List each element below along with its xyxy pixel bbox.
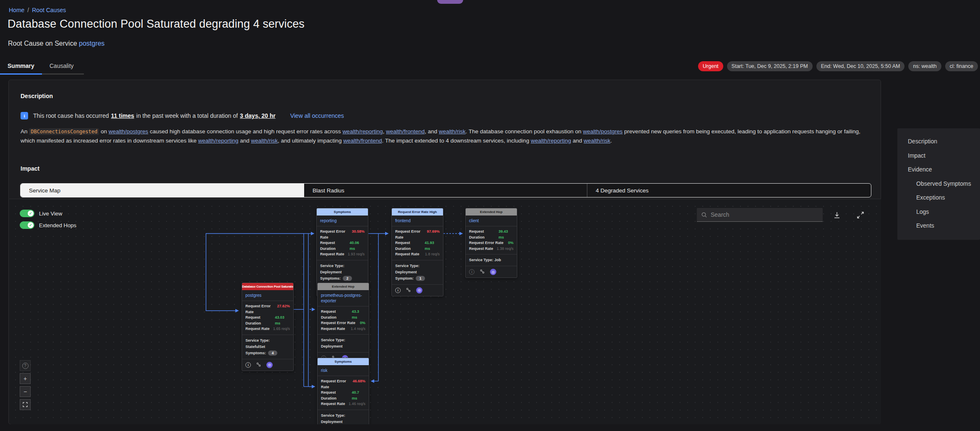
agent-icon[interactable]: ◎ [416,287,422,293]
occurrence-row: i This root cause has occurred 11 times … [21,112,344,119]
view-all-occurrences-link[interactable]: View all occurrences [290,112,344,119]
service-link[interactable]: wealth/frontend [386,128,425,135]
service-map-canvas[interactable]: ✓ Live View ✓ Extended Hops ? + − [9,199,881,424]
end-time-badge: End: Wed, Dec 10, 2025, 5:50 AM [816,61,905,71]
view-tab-blast-radius[interactable]: Blast Radius [304,184,587,197]
symptoms-count-badge[interactable]: 2 [343,276,352,281]
topology-icon[interactable] [480,269,485,275]
map-help-button[interactable]: ? [20,360,31,371]
breadcrumb-root-causes-link[interactable]: Root Causes [32,7,66,13]
node-metrics: Request Error Rate30.58%Request Duration… [317,226,368,260]
live-view-toggle[interactable]: ✓ [20,210,34,217]
service-link[interactable]: wealth/risk [439,128,466,135]
service-link[interactable]: wealth/postgres [583,128,623,135]
service-link[interactable]: wealth/reporting [342,128,383,135]
breadcrumb-separator: / [27,7,29,13]
node-service-name[interactable]: frontend [392,216,443,226]
node-meta: Service Type: DeploymentSymptoms:2 [318,410,369,425]
metric-label: Request Rate [320,252,344,257]
node-service-name[interactable]: postgres [242,290,293,301]
metric-row: Request Duration43.3 ms [321,309,365,320]
search-icon [701,212,707,218]
metric-row: Request Duration39.43 ms [469,229,513,240]
info-icon[interactable]: i [395,288,401,293]
node-actions: i◎ [392,285,443,296]
service-node-postgres[interactable]: Database Connection Pool Saturatedpostgr… [242,283,294,371]
anchor-nav-item-exceptions[interactable]: Exceptions [897,191,980,205]
tab-causality[interactable]: Causality [42,59,84,75]
metric-row: Request Duration40.06 ms [320,240,365,252]
agent-icon[interactable]: ◎ [490,269,496,275]
metric-row: Request Rate1.4 req/s [321,326,365,332]
anchor-nav-item-logs[interactable]: Logs [897,205,980,219]
node-meta: Service Type: StatefulSetSymptoms:4 [242,335,293,359]
start-time-badge: Start: Tue, Dec 9, 2025, 2:19 PM [727,61,813,71]
topology-icon[interactable] [256,362,261,368]
topology-icon[interactable] [406,288,411,293]
anchor-nav-item-impact[interactable]: Impact [897,149,980,163]
top-indicator[interactable] [437,0,463,4]
fullscreen-map-button[interactable] [855,209,866,221]
download-icon [833,211,841,219]
extended-hops-toggle[interactable]: ✓ [20,221,34,229]
occurrence-duration: 3 days, 20 hr [240,112,276,119]
metric-row: Request Rate1.46 req/s [321,401,365,407]
metric-label: Request Error Rate [245,304,277,315]
download-map-button[interactable] [831,209,843,221]
occurrence-prefix: This root cause has occurred [33,112,109,119]
metric-label: Request Rate [469,246,493,252]
metric-label: Request Error Rate [321,320,355,326]
tab-summary[interactable]: Summary [0,59,42,75]
agent-icon[interactable]: ◎ [266,362,273,368]
map-zoom-controls: ? + − [20,360,31,410]
zoom-in-button[interactable]: + [20,373,31,384]
search-input[interactable] [711,211,818,218]
service-node-risk[interactable]: SymptomsriskRequest Error Rate46.68%Requ… [317,358,369,424]
fit-view-icon [23,402,28,407]
node-service-name[interactable]: client [466,216,517,226]
anchor-nav-item-description[interactable]: Description [897,135,980,149]
symptoms-count-badge[interactable]: 1 [416,276,425,281]
metric-label: Request Rate [321,326,345,332]
symptoms-count-badge[interactable]: 4 [268,351,277,356]
view-tab-degraded-services[interactable]: 4 Degraded Services [587,184,871,197]
breadcrumb-home-link[interactable]: Home [9,7,24,13]
metric-row: Request Error Rate0% [469,240,513,246]
node-service-name[interactable]: reporting [317,216,368,226]
service-link[interactable]: wealth/risk [584,138,610,144]
view-tab-service-map[interactable]: Service Map [21,184,304,197]
namespace-badge: ns: wealth [908,61,941,71]
live-view-toggle-row: ✓ Live View [20,210,62,217]
service-link[interactable]: wealth/postgres [109,128,149,135]
service-node-exporter[interactable]: Extended Hopprometheus-postgres-exporter… [317,283,369,364]
service-link[interactable]: wealth/reporting [198,138,238,144]
metric-value: 0% [508,240,513,246]
service-type-label: Service Type: Deployment [395,263,440,275]
main-tabs: Summary Causality [0,59,84,75]
zoom-out-button[interactable]: − [20,386,31,397]
info-icon[interactable]: i [469,269,474,275]
anchor-nav-item-evidence[interactable]: Evidence [897,163,980,177]
node-service-name[interactable]: prometheus-postgres-exporter [318,290,369,306]
anchor-nav-item-observed-symptoms[interactable]: Observed Symptoms [897,177,980,191]
live-view-label: Live View [39,210,62,217]
metric-label: Request Duration [321,390,352,401]
service-link[interactable]: wealth/risk [251,138,278,144]
service-link[interactable]: wealth/frontend [343,138,382,144]
info-icon[interactable]: i [245,362,251,368]
service-link-postgres[interactable]: postgres [79,40,104,47]
symptoms-row: Symptom:1 [395,275,440,282]
metric-label: Request Error Rate [395,229,427,240]
service-node-frontend[interactable]: Request Error Rate HighfrontendRequest E… [391,208,443,296]
toggle-check-icon: ✓ [28,210,34,216]
node-service-name[interactable]: risk [318,365,369,376]
anchor-nav-item-events[interactable]: Events [897,219,980,233]
fit-view-button[interactable] [20,399,31,410]
metric-label: Request Duration [469,229,498,240]
symptoms-row: Symptoms:4 [245,350,290,356]
symptoms-label: Symptom: [395,275,414,282]
service-link[interactable]: wealth/reporting [531,138,571,144]
symptoms-label: Symptoms: [320,275,341,282]
service-node-client[interactable]: Extended HopclientRequest Duration39.43 … [465,208,517,278]
node-actions: i◎ [466,266,517,278]
